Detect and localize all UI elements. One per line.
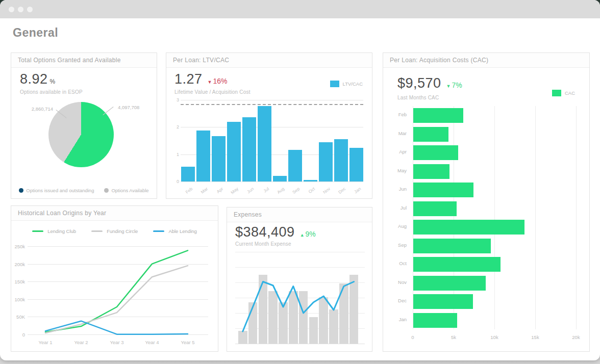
bar[interactable] [413,108,463,123]
stat-subtitle: Lifetime Value / Acquisition Cost [174,89,251,95]
y-axis-label: Feb [383,112,407,117]
chart-legend[interactable]: LTV/CAC [330,81,363,87]
bar[interactable] [413,313,457,328]
legend-line-swatch [153,230,164,232]
y-axis-tick: 3 [174,97,179,102]
legend-label: CAC [565,90,575,96]
loan-origins-line-chart[interactable]: 250k200k150k100k50K0Year 1Year 2Year 3Ye… [11,242,219,350]
line-chart-legend[interactable]: Lending ClubFunding CircleAble Lending [11,228,218,234]
chart-lines-layer [11,242,219,350]
y-axis-label: May [383,168,407,173]
series-line-lending-club[interactable] [45,250,188,332]
gridline [181,181,363,182]
y-axis-label: Mar [383,131,407,136]
pie-callout-value: 2,860,714 [23,106,53,112]
bar[interactable] [349,148,363,181]
bar[interactable] [242,117,256,181]
legend-item[interactable]: Able Lending [153,228,196,234]
bar[interactable] [413,239,491,253]
expenses-trend-line[interactable] [243,282,354,332]
bar[interactable] [227,122,241,181]
stat-value: $9,570 [397,75,441,91]
trend-delta: ▼16% [208,77,228,85]
bar[interactable] [288,150,302,181]
bar[interactable] [413,257,501,272]
pie-callout-line [103,107,113,115]
bar[interactable] [413,145,458,160]
window-control-dot[interactable] [27,7,33,12]
stat-value: 1.27 [174,71,203,87]
legend-swatch [330,81,339,87]
legend-label: Lending Club [47,228,76,234]
gridline [535,106,536,329]
gridline [181,100,363,100]
bar[interactable] [413,201,457,216]
legend-item[interactable]: Options issued and outstanding [19,188,94,193]
x-axis-tick: 20k [568,334,584,340]
delta-value: 16% [213,77,227,85]
y-axis-tick: 0 [174,179,179,184]
bar[interactable] [413,220,524,235]
legend-label: Options Available [111,188,148,193]
stat-subtitle: Options available in ESOP [20,89,83,95]
gridline [494,106,495,329]
x-axis-tick: 5k [446,334,461,340]
x-axis-tick: 0 [405,334,420,340]
legend-line-swatch [91,230,103,232]
bar[interactable] [413,276,486,291]
bar[interactable] [334,139,348,181]
bar[interactable] [258,106,271,181]
bar[interactable] [181,167,195,181]
trend-delta: ▼7% [446,81,462,89]
y-axis-tick: 1 [174,152,179,157]
y-axis-label: Dec [383,298,407,303]
trend-down-icon: ▼ [208,80,212,85]
y-axis-label: Sep [383,242,407,248]
app-window: General Total Options Granted and Availa… [0,0,600,360]
legend-dot [104,188,109,193]
legend-item[interactable]: Options Available [104,188,148,193]
legend-label: Funding Circle [107,228,138,234]
legend-item[interactable]: Lending Club [32,228,76,234]
cac-horizontal-bar-chart[interactable]: 05k10k15k20kFebMarAprMayJunJulAugSepOctN… [383,106,590,346]
bar[interactable] [196,131,210,181]
stat-row: 1.27 ▼16% [174,71,228,87]
window-control-dot[interactable] [9,7,14,12]
panel-loan-origins: Historical Loan Origins by Year Lending … [11,205,218,352]
x-axis-tick: 10k [487,334,502,340]
panel-title: Total Options Granted and Available [11,53,157,68]
series-line-funding-circle[interactable] [45,266,188,333]
panel-expenses: Expenses $384,409 ▲9% Current Month Expe… [227,207,372,352]
y-axis-label: Apr [383,149,407,154]
y-axis-label: Jun [383,186,407,192]
y-axis-tick: 2 [174,124,179,129]
bar[interactable] [413,294,473,309]
y-axis-label: Jan [383,317,407,322]
panel-ltv-cac: Per Loan: LTV/CAC 1.27 ▼16% Lifetime Val… [166,53,372,199]
bar[interactable] [319,142,333,181]
legend-item[interactable]: Funding Circle [91,228,138,234]
legend-label: Options issued and outstanding [26,188,94,193]
bar[interactable] [413,164,449,179]
legend-label: LTV/CAC [343,81,363,87]
bar[interactable] [413,127,448,142]
chart-legend[interactable]: CAC [552,90,575,96]
trend-down-icon: ▼ [446,84,451,89]
delta-value: 7% [452,81,462,89]
stat-value: 8.92 [20,71,48,87]
x-axis-tick: 15k [528,334,543,340]
panel-title: Per Loan: LTV/CAC [166,53,372,68]
ltv-bar-chart[interactable]: 3210FebMarAprMayJunJulAugSepOctNovDecJan [174,100,364,202]
bar[interactable] [413,183,473,197]
panel-title: Expenses [227,207,372,222]
panel-total-options: Total Options Granted and Available 8.92… [11,53,157,199]
bar[interactable] [273,176,287,181]
pie-callout-value: 4,097,708 [118,105,139,110]
bar[interactable] [212,136,226,181]
window-control-dot[interactable] [18,7,23,12]
expenses-combo-chart[interactable] [235,252,365,352]
stat-row: $384,409 ▲9% [235,224,316,240]
stat-unit: % [50,78,56,85]
stat-subtitle: Last Months CAC [397,95,439,100]
bar[interactable] [304,180,317,181]
